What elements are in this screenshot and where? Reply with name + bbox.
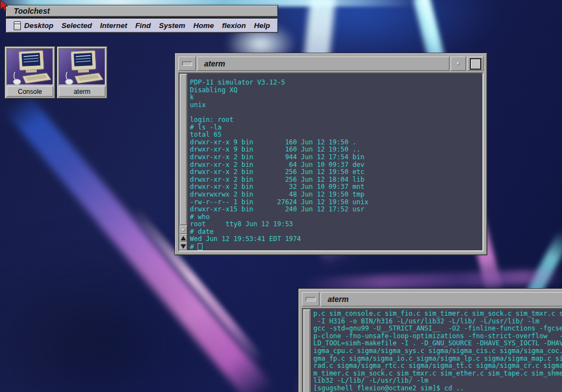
terminal-line: -rw-r--r-- 1 bin 27624 Jun 12 19:50 unix bbox=[190, 199, 481, 206]
terminal1-scrollbar[interactable] bbox=[179, 74, 188, 250]
toolchest-menu-items: DesktopSelectedInternetFindSystemHomefle… bbox=[24, 21, 270, 30]
desktop-icon-aterm[interactable]: aterm bbox=[57, 46, 108, 99]
icon-label: aterm bbox=[59, 86, 105, 97]
scrollbar-dimple-button[interactable] bbox=[179, 226, 187, 234]
terminal-line: LD_TOOL=simh-makefile -I . -D_GNU_SOURCE… bbox=[313, 340, 562, 348]
terminal1-titlebar[interactable]: aterm bbox=[178, 57, 484, 71]
toolchest-menu-item[interactable]: Find bbox=[135, 21, 151, 30]
terminal-line: Disabling XQ bbox=[190, 87, 481, 94]
dimple-icon bbox=[182, 228, 185, 232]
terminal-line: drwxr-xr-x 2 bin 64 Jun 10 09:37 dev bbox=[190, 161, 481, 169]
terminal-line: # ls -la bbox=[190, 124, 481, 132]
toolchest-menu-item[interactable]: flexion bbox=[222, 21, 246, 30]
window-title: aterm bbox=[197, 57, 449, 71]
text-cursor bbox=[198, 243, 203, 250]
terminal-line: login: root bbox=[190, 116, 481, 124]
toolchest-titlebar[interactable]: Toolchest bbox=[5, 5, 278, 17]
toolchest-menu-item[interactable]: Selected bbox=[61, 21, 92, 30]
arrow-down-icon bbox=[181, 244, 186, 249]
mouse-pointer-icon bbox=[0, 0, 10, 13]
terminal1-output: PDP-11 simulator V3.12-5Disabling XQkuni… bbox=[188, 74, 482, 250]
toolchest-menu-item[interactable]: System bbox=[159, 21, 186, 30]
terminal-line: igma_cpu.c sigma/sigma_sys.c sigma/sigma… bbox=[313, 348, 562, 355]
minimize-button[interactable] bbox=[178, 57, 196, 71]
minimize-icon bbox=[182, 61, 192, 66]
scroll-down-button[interactable] bbox=[179, 242, 187, 250]
maximize-icon bbox=[470, 58, 481, 70]
minimize-icon bbox=[306, 297, 316, 301]
dot-icon bbox=[457, 62, 460, 65]
terminal-line: rad.c sigma/sigma_rtc.c sigma/sigma_tt.c… bbox=[313, 362, 562, 370]
terminal2-screen[interactable]: p.c sim_console.c sim_fio.c sim_timer.c … bbox=[302, 308, 562, 392]
maximize-button[interactable] bbox=[467, 57, 484, 71]
terminal-line: drwxr-xr-x 2 bin 32 Jun 10 09:37 mnt bbox=[190, 183, 481, 191]
terminal-window-1: aterm PDP-11 simulator V3.12-5Disabling … bbox=[175, 53, 487, 255]
background-dark-corner bbox=[0, 236, 252, 392]
toolchest-menu-item[interactable]: Home bbox=[193, 21, 214, 30]
scrollbar-thumb[interactable] bbox=[304, 310, 310, 392]
terminal-line bbox=[190, 109, 481, 116]
terminal-line: drwxr-xr-x15 bin 240 Jun 12 17:52 usr bbox=[190, 206, 481, 214]
terminal-line: Wed Jun 12 19:53:41 EDT 1974 bbox=[190, 236, 481, 243]
icon-label: Console bbox=[7, 86, 53, 97]
terminal-line: gcc -std=gnu99 -U__STRICT_ANSI__ -O2 -fi… bbox=[313, 325, 562, 333]
scroll-up-button[interactable] bbox=[179, 234, 187, 242]
window-title: aterm bbox=[321, 292, 562, 306]
terminal-line: PDP-11 simulator V3.12-5 bbox=[190, 79, 481, 87]
terminal-line: total 65 bbox=[190, 131, 481, 139]
toolchest-menu-item[interactable]: Internet bbox=[100, 21, 127, 30]
desktop-icon-console[interactable]: Console bbox=[4, 46, 55, 99]
terminal-line: drwxr-xr-x 2 bin 944 Jun 12 17:54 bin bbox=[190, 154, 481, 161]
terminal-line: -I H316 -o BIN/h316 -L/usr/lib32 -L/lib/… bbox=[313, 318, 562, 326]
terminal-line: k bbox=[190, 94, 481, 102]
toolchest-chest-icon[interactable] bbox=[14, 21, 21, 30]
terminal-window-2: aterm p.c sim_console.c sim_fio.c sim_ti… bbox=[298, 288, 562, 392]
toolchest-menubar: DesktopSelectedInternetFindSystemHomefle… bbox=[5, 18, 278, 33]
terminal-line: drwxr-xr-x 2 bin 256 Jun 12 18:04 lib bbox=[190, 176, 481, 184]
titlebar-dot-button[interactable] bbox=[451, 57, 466, 71]
terminal-line: p-clone -fno-unsafe-loop-optimizations -… bbox=[313, 333, 562, 340]
terminal-line: drwxr-xr-x 9 bin 160 Jun 12 19:50 . bbox=[190, 139, 481, 147]
computer-icon bbox=[7, 48, 53, 85]
terminal-line: drwxr-xr-x 9 bin 160 Jun 12 19:50 .. bbox=[190, 146, 481, 154]
terminal-line: [sgugshell flexion@octane2 sim]$ cd .. bbox=[313, 385, 562, 392]
terminal-line: # date bbox=[190, 228, 481, 236]
terminal1-screen[interactable]: PDP-11 simulator V3.12-5Disabling XQkuni… bbox=[178, 72, 484, 251]
terminal-line: # who bbox=[190, 214, 481, 221]
terminal2-scrollbar[interactable] bbox=[303, 309, 311, 392]
minimize-button[interactable] bbox=[302, 292, 319, 306]
toolchest-menu-item[interactable]: Help bbox=[254, 21, 270, 30]
terminal-line: gma_fp.c sigma/sigma_io.c sigma/sigma_lp… bbox=[313, 355, 562, 363]
terminal-line: p.c sim_console.c sim_fio.c sim_timer.c … bbox=[313, 310, 562, 318]
terminal2-titlebar[interactable]: aterm bbox=[302, 292, 562, 306]
terminal-line: root tty8 Jun 12 19:53 bbox=[190, 221, 481, 228]
terminal2-output: p.c sim_console.c sim_fio.c sim_timer.c … bbox=[311, 309, 562, 392]
scrollbar-thumb[interactable] bbox=[180, 74, 187, 225]
terminal-line: lib32 -L/lib/ -L/usr/lib/ -lm bbox=[313, 377, 562, 385]
terminal-line: unix bbox=[190, 102, 481, 109]
toolchest-title: Toolchest bbox=[14, 7, 50, 15]
computer-icon bbox=[59, 48, 105, 85]
arrow-up-icon bbox=[181, 236, 186, 240]
terminal-prompt-line: # bbox=[190, 243, 481, 250]
toolchest-menu-item[interactable]: Desktop bbox=[24, 21, 53, 30]
terminal-line: m_timer.c sim_sock.c sim_tmxr.c sim_ethe… bbox=[313, 370, 562, 378]
terminal-line: drwxrwxrwx 2 bin 48 Jun 12 19:50 tmp bbox=[190, 191, 481, 199]
terminal-line: drwxr-xr-x 2 bin 256 Jun 12 19:50 etc bbox=[190, 169, 481, 176]
desktop: { "toolchest": { "title": "Toolchest", "… bbox=[0, 0, 562, 392]
